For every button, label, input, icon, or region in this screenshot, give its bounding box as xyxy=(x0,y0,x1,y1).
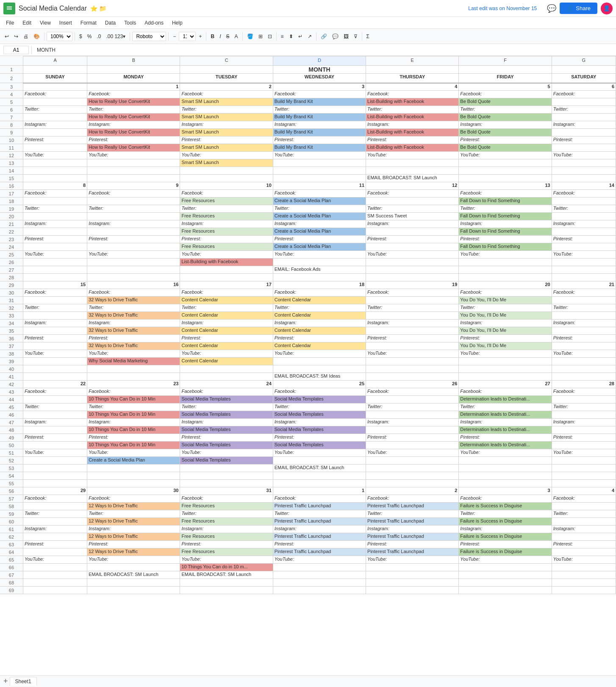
b53[interactable] xyxy=(87,464,180,472)
e31[interactable] xyxy=(366,297,459,304)
d64[interactable]: Pinterest Traffic Launchpad xyxy=(273,548,366,556)
d61[interactable]: Instagram: xyxy=(273,526,366,533)
a53[interactable] xyxy=(23,464,87,472)
d2[interactable]: WEDNESDAY xyxy=(273,74,366,83)
g24[interactable] xyxy=(552,243,616,251)
d30[interactable]: Facebook: xyxy=(273,289,366,297)
e45[interactable]: Twitter: xyxy=(366,403,459,411)
e21[interactable]: Instagram: xyxy=(366,220,459,228)
rotate-button[interactable]: ↗ xyxy=(305,32,314,41)
c3[interactable]: 2 xyxy=(180,83,273,91)
e61[interactable]: Instagram: xyxy=(366,526,459,533)
comment-add-button[interactable]: 💬 xyxy=(330,32,341,41)
b47[interactable]: Instagram: xyxy=(87,419,180,426)
f28[interactable] xyxy=(459,274,552,281)
g56[interactable]: 4 xyxy=(552,487,616,495)
b4[interactable]: Facebook: xyxy=(87,91,180,98)
g67[interactable] xyxy=(552,571,616,579)
f24[interactable]: Fall Down to Find Something xyxy=(459,243,552,251)
f9[interactable]: Be Bold Quote xyxy=(459,129,552,136)
f4[interactable]: Facebook: xyxy=(459,91,552,98)
e67[interactable] xyxy=(366,571,459,579)
b39[interactable]: Why Social Media Marketing xyxy=(87,358,180,365)
c13[interactable]: Smart SM Launch xyxy=(180,159,273,167)
e56[interactable]: 2 xyxy=(366,487,459,495)
a46[interactable] xyxy=(23,411,87,419)
f58[interactable]: Failure is Success in Disguise xyxy=(459,503,552,510)
b24[interactable] xyxy=(87,243,180,251)
f51[interactable]: YouTube: xyxy=(459,449,552,457)
e51[interactable]: YouTube: xyxy=(366,449,459,457)
menu-view[interactable]: View xyxy=(36,18,55,28)
c24[interactable]: Free Resources xyxy=(180,243,273,251)
g33[interactable] xyxy=(552,312,616,320)
d58[interactable]: Pinterest Traffic Launchpad xyxy=(273,503,366,510)
f15[interactable] xyxy=(459,175,552,182)
d4[interactable]: Facebook: xyxy=(273,91,366,98)
d36[interactable]: Pinterest: xyxy=(273,335,366,342)
e11[interactable]: List-Building with Facebook xyxy=(366,144,459,152)
g32[interactable]: Twitter: xyxy=(552,304,616,312)
d26[interactable] xyxy=(273,259,366,266)
g61[interactable]: Instagram: xyxy=(552,526,616,533)
f46[interactable]: Determination leads to Destinati... xyxy=(459,411,552,419)
e10[interactable]: Pinterest: xyxy=(366,136,459,144)
d55[interactable] xyxy=(273,480,366,487)
f25[interactable]: YouTube: xyxy=(459,251,552,259)
c41[interactable] xyxy=(180,373,273,381)
col-header-c[interactable]: C xyxy=(180,56,273,66)
g47[interactable]: Instagram: xyxy=(552,419,616,426)
g25[interactable]: YouTube: xyxy=(552,251,616,259)
g63[interactable]: Pinterest: xyxy=(552,541,616,548)
font-color-button[interactable]: A xyxy=(232,32,240,41)
f26[interactable] xyxy=(459,259,552,266)
d43[interactable]: Facebook: xyxy=(273,388,366,396)
b52[interactable]: Create a Social Media Plan xyxy=(87,457,180,464)
c40[interactable] xyxy=(180,365,273,373)
a51[interactable]: YouTube: xyxy=(23,449,87,457)
f22[interactable]: Fall Down to Find Something xyxy=(459,228,552,236)
sheet-container[interactable]: A B C D E F G 1 MONTH 2 SUNDAY MONDAY TU… xyxy=(0,56,616,687)
c29[interactable]: 17 xyxy=(180,281,273,289)
e6[interactable]: Twitter: xyxy=(366,106,459,114)
borders-button[interactable]: ⊞ xyxy=(256,32,265,41)
c34[interactable]: Instagram: xyxy=(180,320,273,327)
f16[interactable]: 13 xyxy=(459,182,552,190)
a19[interactable]: Twitter: xyxy=(23,205,87,213)
f47[interactable]: Instagram: xyxy=(459,419,552,426)
g1[interactable] xyxy=(552,66,616,74)
a61[interactable]: Instagram: xyxy=(23,526,87,533)
b55[interactable] xyxy=(87,480,180,487)
f19[interactable]: Twitter: xyxy=(459,205,552,213)
c60[interactable]: Free Resources xyxy=(180,518,273,526)
b61[interactable]: Instagram: xyxy=(87,526,180,533)
a60[interactable] xyxy=(23,518,87,526)
g3[interactable]: 6 xyxy=(552,83,616,91)
e37[interactable] xyxy=(366,342,459,350)
d51[interactable]: YouTube: xyxy=(273,449,366,457)
c20[interactable]: Free Resources xyxy=(180,213,273,220)
g35[interactable] xyxy=(552,327,616,335)
e44[interactable] xyxy=(366,396,459,403)
cell-reference-input[interactable] xyxy=(3,46,29,54)
f12[interactable]: YouTube: xyxy=(459,152,552,159)
g36[interactable]: Pinterest: xyxy=(552,335,616,342)
b42[interactable]: 23 xyxy=(87,381,180,388)
f57[interactable]: Facebook: xyxy=(459,495,552,503)
g2[interactable]: SATURDAY xyxy=(552,74,616,83)
e42[interactable]: 26 xyxy=(366,381,459,388)
d27[interactable]: EMAIL: Facebook Ads xyxy=(273,266,366,274)
e58[interactable]: Pinterest Traffic Launchpad xyxy=(366,503,459,510)
c51[interactable]: YouTube: xyxy=(180,449,273,457)
a7[interactable] xyxy=(23,114,87,121)
f11[interactable]: Be Bold Quote xyxy=(459,144,552,152)
g34[interactable]: Instagram: xyxy=(552,320,616,327)
a47[interactable]: Instagram: xyxy=(23,419,87,426)
c7[interactable]: Smart SM Launch xyxy=(180,114,273,121)
a39[interactable] xyxy=(23,358,87,365)
c30[interactable]: Facebook: xyxy=(180,289,273,297)
b15[interactable] xyxy=(87,175,180,182)
c8[interactable]: Instagram: xyxy=(180,121,273,129)
a10[interactable]: Pinterest: xyxy=(23,136,87,144)
f59[interactable]: Twitter: xyxy=(459,510,552,518)
